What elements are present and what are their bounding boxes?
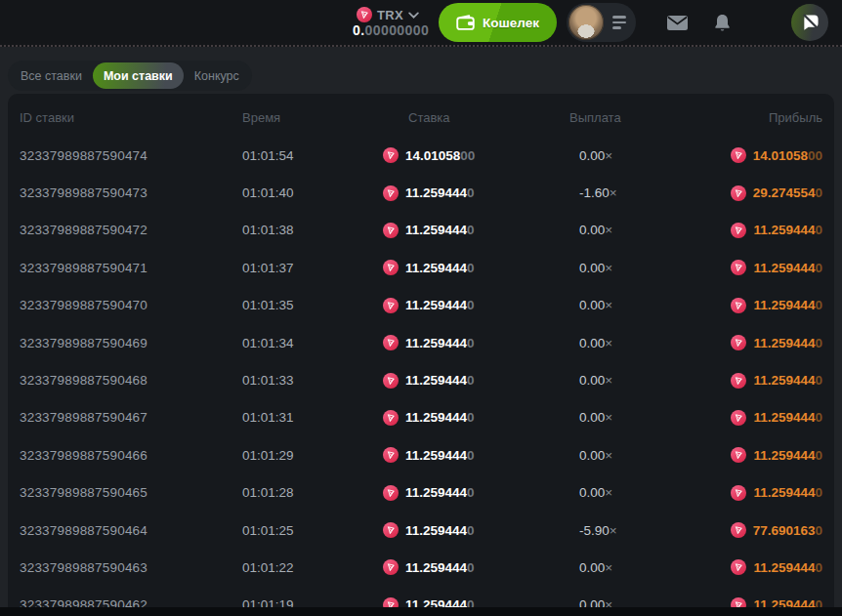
table-row[interactable]: 32337989887590468 01:01:33 11.2594440 0.… [20, 361, 822, 398]
bet-id: 32337989887590463 [20, 560, 242, 575]
bet-payout: 0.00× [579, 373, 729, 388]
currency-selector[interactable]: TRX 0.00000000 [353, 7, 429, 38]
bet-amount: 11.2594440 [383, 223, 569, 238]
tron-coin-icon [731, 485, 746, 501]
table-row[interactable]: 32337989887590467 01:01:31 11.2594440 0.… [20, 399, 822, 436]
notifications-button[interactable] [714, 14, 731, 32]
tron-coin-icon [383, 447, 399, 463]
bet-amount: 11.2594440 [383, 373, 569, 389]
bet-profit-value: 11.2594440 [753, 485, 822, 500]
bet-profit: 11.2594440 [729, 335, 822, 350]
bet-amount: 11.2594440 [383, 298, 569, 313]
table-row[interactable]: 32337989887590469 01:01:34 11.2594440 0.… [20, 324, 822, 361]
bet-profit-value: 14.0105800 [753, 148, 822, 163]
bet-id: 32337989887590472 [20, 223, 242, 237]
bet-amount-value: 14.0105800 [405, 148, 475, 163]
column-header-bet-id: ID ставки [20, 110, 242, 125]
avatar [568, 5, 604, 40]
bet-amount: 11.2594440 [383, 447, 569, 463]
tron-coin-icon [383, 559, 399, 575]
bet-amount-value: 11.2594440 [405, 185, 475, 200]
bet-profit: 11.2594440 [729, 260, 822, 275]
bet-amount-value: 11.2594440 [405, 485, 475, 500]
bet-profit-value: 11.2594440 [753, 336, 822, 350]
table-row[interactable]: 32337989887590466 01:01:29 11.2594440 0.… [20, 436, 822, 473]
table-row[interactable]: 32337989887590473 01:01:40 11.2594440 -1… [20, 174, 822, 211]
bet-profit: 11.2594440 [729, 298, 822, 313]
tron-coin-icon [731, 147, 746, 163]
column-header-time: Время [242, 110, 408, 125]
bet-payout: 0.00× [579, 410, 729, 425]
tron-coin-icon [383, 522, 399, 538]
bet-profit: 11.2594440 [729, 447, 822, 463]
tron-coin-icon [383, 485, 399, 501]
bet-profit-value: 11.2594440 [753, 223, 822, 237]
tab-all-bets[interactable]: Все ставки [10, 62, 93, 89]
tron-coin-icon [731, 410, 746, 426]
bet-profit-value: 77.6901630 [753, 523, 822, 538]
bet-amount-value: 11.2594440 [405, 298, 475, 312]
mail-button[interactable] [667, 16, 688, 30]
currency-code: TRX [377, 8, 403, 22]
bet-id: 32337989887590471 [20, 261, 242, 275]
tab-contest[interactable]: Конкурс [184, 62, 250, 89]
bet-amount: 11.2594440 [383, 485, 569, 501]
bet-amount: 11.2594440 [383, 260, 569, 275]
bet-payout: 0.00× [579, 336, 729, 350]
table-row[interactable]: 32337989887590474 01:01:54 14.0105800 0.… [20, 137, 822, 174]
bet-profit: 29.2745540 [729, 185, 822, 201]
table-row[interactable]: 32337989887590471 01:01:37 11.2594440 0.… [20, 249, 822, 286]
tron-coin-icon [731, 559, 746, 575]
wallet-button-label: Кошелек [483, 16, 539, 30]
bottom-bar [0, 607, 842, 616]
wallet-balance: 0.00000000 [353, 22, 429, 38]
table-row[interactable]: 32337989887590463 01:01:22 11.2594440 0.… [20, 549, 822, 586]
bet-amount: 11.2594440 [383, 522, 569, 538]
tron-coin-icon [383, 223, 399, 238]
tron-coin-icon [383, 410, 399, 426]
tron-coin-icon [383, 260, 399, 275]
bets-tabs: Все ставки Мои ставки Конкурс [8, 61, 252, 91]
table-header: ID ставки Время Ставка Выплата Прибыль [20, 98, 822, 137]
menu-icon [612, 16, 626, 29]
tab-my-bets[interactable]: Мои ставки [93, 62, 184, 89]
bet-amount: 11.2594440 [383, 185, 569, 201]
bet-profit-value: 11.2594440 [753, 261, 822, 275]
wallet-button[interactable]: Кошелек [439, 3, 557, 42]
bet-amount-value: 11.2594440 [405, 223, 475, 237]
bet-payout: 0.00× [579, 261, 729, 275]
table-row[interactable]: 32337989887590465 01:01:28 11.2594440 0.… [20, 474, 822, 512]
column-header-profit: Прибыль [729, 110, 822, 125]
bet-payout: 0.00× [579, 148, 729, 163]
bet-amount: 11.2594440 [383, 410, 569, 426]
tron-coin-icon [731, 298, 746, 313]
bet-profit-value: 11.2594440 [753, 410, 822, 425]
table-row[interactable]: 32337989887590472 01:01:38 11.2594440 0.… [20, 212, 822, 249]
bet-id: 32337989887590470 [20, 298, 242, 312]
table-row[interactable]: 32337989887590470 01:01:35 11.2594440 0.… [20, 287, 822, 324]
wallet-icon [456, 15, 475, 30]
table-row[interactable]: 32337989887590464 01:01:25 11.2594440 -5… [20, 512, 822, 549]
bet-profit-value: 11.2594440 [753, 298, 822, 312]
bet-payout: -1.60× [579, 185, 729, 200]
tron-coin-icon [357, 7, 372, 22]
tron-coin-icon [383, 373, 399, 389]
bet-id: 32337989887590474 [20, 148, 242, 163]
bet-amount-value: 11.2594440 [405, 261, 475, 275]
tron-coin-icon [731, 223, 746, 238]
profile-menu[interactable] [567, 3, 636, 42]
tron-coin-icon [731, 373, 746, 389]
bet-profit-value: 11.2594440 [753, 448, 822, 463]
bet-id: 32337989887590467 [20, 410, 242, 425]
bet-amount-value: 11.2594440 [405, 410, 475, 425]
bet-id: 32337989887590466 [20, 448, 242, 463]
bet-profit-value: 11.2594440 [753, 373, 822, 388]
bet-id: 32337989887590473 [20, 185, 242, 200]
chat-toggle-button[interactable] [791, 4, 828, 41]
bet-profit-value: 29.2745540 [753, 185, 822, 200]
tron-coin-icon [731, 335, 746, 350]
bet-amount-value: 11.2594440 [405, 336, 475, 350]
tron-coin-icon [383, 185, 399, 201]
tron-coin-icon [731, 260, 746, 275]
bet-profit: 11.2594440 [729, 410, 822, 426]
